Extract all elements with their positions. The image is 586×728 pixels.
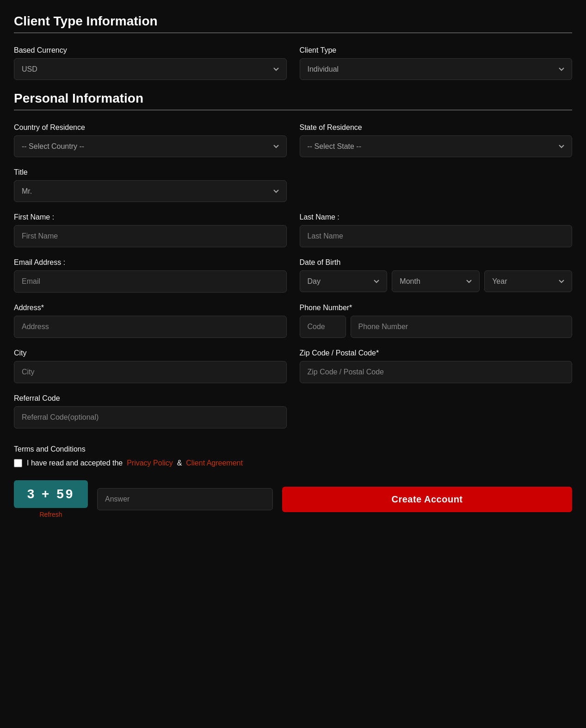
client-type-title: Client Type Information [14,14,572,29]
dob-selects: Day Month Year [300,270,573,292]
client-type-label: Client Type [300,46,573,55]
client-agreement-link[interactable]: Client Agreement [186,459,243,467]
terms-check-row: I have read and accepted the Privacy Pol… [14,459,572,467]
terms-checkbox[interactable] [14,459,22,467]
referral-label: Referral Code [14,394,287,403]
captcha-refresh[interactable]: Refresh [39,511,62,518]
captcha-row: 3 + 59 Refresh Create Account [14,480,572,518]
personal-info-section: Personal Information Country of Residenc… [14,91,572,428]
terms-text: I have read and accepted the Privacy Pol… [27,459,243,467]
terms-and: & [177,459,182,467]
first-name-label: First Name : [14,213,287,221]
referral-spacer [300,394,573,428]
referral-row: Referral Code [14,394,572,428]
address-label: Address* [14,304,287,312]
country-label: Country of Residence [14,123,287,132]
phone-label: Phone Number* [300,304,573,312]
title-group: Title Mr. Mrs. Ms. Dr. [14,168,287,202]
city-label: City [14,349,287,357]
title-label: Title [14,168,287,177]
first-name-input[interactable] [14,225,287,247]
client-type-select[interactable]: Individual Corporate [300,58,573,80]
address-group: Address* [14,304,287,338]
country-state-row: Country of Residence -- Select Country -… [14,123,572,157]
city-input[interactable] [14,361,287,383]
state-label: State of Residence [300,123,573,132]
first-name-group: First Name : [14,213,287,247]
title-select[interactable]: Mr. Mrs. Ms. Dr. [14,180,287,202]
email-label: Email Address : [14,258,287,267]
title-spacer [300,168,573,202]
email-dob-row: Email Address : Date of Birth Day Month … [14,258,572,293]
personal-info-title: Personal Information [14,91,572,106]
based-currency-group: Based Currency USD EUR GBP JPY [14,46,287,80]
based-currency-select[interactable]: USD EUR GBP JPY [14,58,287,80]
phone-number-input[interactable] [351,316,573,338]
phone-code-input[interactable] [300,316,346,338]
state-select[interactable]: -- Select State -- [300,135,573,157]
city-group: City [14,349,287,383]
terms-title: Terms and Conditions [14,445,572,453]
dob-year-select[interactable]: Year [484,270,572,292]
address-input[interactable] [14,316,287,338]
state-group: State of Residence -- Select State -- [300,123,573,157]
zip-input[interactable] [300,361,573,383]
zip-label: Zip Code / Postal Code* [300,349,573,357]
title-row: Title Mr. Mrs. Ms. Dr. [14,168,572,202]
dob-month-select[interactable]: Month [392,270,480,292]
zip-group: Zip Code / Postal Code* [300,349,573,383]
last-name-group: Last Name : [300,213,573,247]
privacy-policy-link[interactable]: Privacy Policy [127,459,173,467]
phone-group: Phone Number* [300,304,573,338]
dob-group: Date of Birth Day Month Year [300,258,573,293]
dob-label: Date of Birth [300,258,573,267]
create-account-button[interactable]: Create Account [282,487,572,512]
terms-section: Terms and Conditions I have read and acc… [14,445,572,467]
captcha-expression: 3 + 59 [14,480,88,508]
last-name-input[interactable] [300,225,573,247]
email-group: Email Address : [14,258,287,293]
section-divider-1 [14,32,572,33]
last-name-label: Last Name : [300,213,573,221]
based-currency-label: Based Currency [14,46,287,55]
captcha-col: 3 + 59 Refresh [14,480,88,518]
client-type-row: Based Currency USD EUR GBP JPY Client Ty… [14,46,572,80]
dob-day-select[interactable]: Day [300,270,388,292]
city-zip-row: City Zip Code / Postal Code* [14,349,572,383]
phone-inputs [300,316,573,338]
client-type-section: Client Type Information Based Currency U… [14,14,572,80]
client-type-group: Client Type Individual Corporate [300,46,573,80]
email-input[interactable] [14,270,287,293]
address-phone-row: Address* Phone Number* [14,304,572,338]
section-divider-2 [14,110,572,110]
terms-prefix: I have read and accepted the [27,459,123,467]
name-row: First Name : Last Name : [14,213,572,247]
referral-group: Referral Code [14,394,287,428]
country-group: Country of Residence -- Select Country -… [14,123,287,157]
captcha-answer-input[interactable] [97,488,273,510]
country-select[interactable]: -- Select Country -- [14,135,287,157]
referral-input[interactable] [14,406,287,428]
